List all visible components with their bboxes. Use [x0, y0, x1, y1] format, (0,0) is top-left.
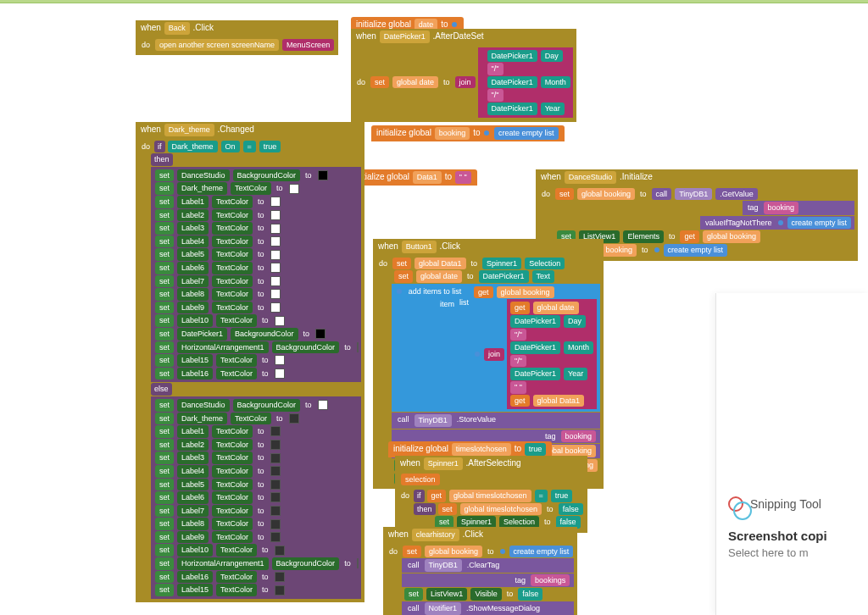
- blocks-canvas[interactable]: when Back .Click do open another screen …: [0, 3, 868, 615]
- setter-row[interactable]: setDatePicker1BackgroundColorto: [154, 328, 358, 341]
- setter-row[interactable]: setLabel4TextColorto: [154, 235, 358, 248]
- kw-else: else: [151, 383, 172, 396]
- prop-ref: DatePicker1: [487, 102, 537, 115]
- setter-row[interactable]: setLabel2TextColorto: [154, 439, 358, 452]
- kw-do: do: [139, 141, 153, 152]
- setter-row[interactable]: setLabel3TextColorto: [154, 452, 358, 464]
- kw-when: when: [141, 125, 161, 134]
- kw-when: when: [400, 458, 420, 468]
- block-init-data1[interactable]: initialize global Data1 to " ": [349, 169, 477, 186]
- block-datepicker-afterdateset[interactable]: when DatePicker1 .AfterDateSet do set gl…: [351, 29, 576, 122]
- kw-to: to: [544, 504, 556, 515]
- setter-row[interactable]: setHorizontalArrangement1BackgroundColor…: [154, 341, 358, 354]
- method-name: .GetValue: [715, 188, 757, 201]
- setter-row[interactable]: setHorizontalArrangement1BackgroundColor…: [154, 557, 358, 570]
- join-part: "/": [509, 355, 594, 368]
- event-name: .Initialize: [620, 172, 653, 181]
- kw-to: to: [441, 77, 453, 88]
- setter-row[interactable]: setLabel5TextColorto: [154, 248, 358, 261]
- kw-do: do: [376, 258, 390, 269]
- arg-screenname: MenuScreen: [282, 39, 334, 52]
- event-name: .Changed: [218, 125, 254, 134]
- gvar: global Data1: [415, 258, 466, 270]
- snipping-tool-toast[interactable]: Snipping Tool Screenshot copi Select her…: [715, 293, 868, 615]
- setter-row[interactable]: setDanceStudioBackgroundColorto: [154, 169, 358, 182]
- block-init-booking[interactable]: initialize global booking to create empt…: [371, 125, 565, 141]
- block-spinner-afterselecting[interactable]: when Spinner1 .AfterSelecting selection …: [395, 456, 587, 533]
- setter-row[interactable]: setLabel1TextColorto: [154, 425, 358, 438]
- kw-set: set: [555, 188, 574, 201]
- create-empty-list: create empty list: [664, 244, 728, 257]
- method: .ClearTag: [465, 560, 503, 571]
- gvar: global booking: [497, 286, 554, 299]
- setter-row[interactable]: setLabel6TextColorto: [154, 262, 358, 274]
- component-ref: Spinner1: [424, 457, 463, 470]
- kw-do: do: [539, 189, 553, 200]
- socket-icon: [654, 247, 659, 252]
- kw-set: set: [392, 258, 411, 270]
- var-name: booking: [435, 127, 470, 140]
- then-branch: setDanceStudioBackgroundColortosetDark_t…: [151, 167, 361, 383]
- comp: TinyDB1: [425, 559, 462, 572]
- kw-when: when: [378, 241, 398, 251]
- setter-row[interactable]: setLabel5TextColorto: [154, 479, 358, 491]
- setter-row[interactable]: setLabel16TextColorto: [154, 368, 358, 380]
- gvar: global date: [533, 302, 579, 314]
- setter-row[interactable]: setLabel15TextColorto: [154, 354, 358, 367]
- setter-row[interactable]: setLabel4TextColorto: [154, 465, 358, 478]
- setter-row[interactable]: setLabel7TextColorto: [154, 275, 358, 288]
- setter-row[interactable]: setLabel8TextColorto: [154, 288, 358, 301]
- literal: "/": [487, 89, 504, 102]
- setter-row[interactable]: setDark_themeTextColorto: [154, 413, 358, 425]
- kw-to: to: [465, 271, 476, 282]
- setter-row[interactable]: setLabel9TextColorto: [154, 531, 358, 544]
- comp: Spinner1: [482, 258, 521, 270]
- setter-row[interactable]: setLabel10TextColorto: [154, 544, 358, 557]
- prop: Text: [532, 270, 555, 283]
- var-name: timeslotchosen: [452, 443, 511, 456]
- setter-row[interactable]: setLabel2TextColorto: [154, 209, 358, 222]
- setter-row[interactable]: setLabel7TextColorto: [154, 505, 358, 518]
- comp: DatePicker1: [479, 270, 529, 283]
- setter-row[interactable]: setLabel15TextColorto: [154, 584, 358, 596]
- setter-row[interactable]: setLabel3TextColorto: [154, 222, 358, 235]
- prop: Elements: [623, 230, 664, 243]
- create-empty-list: create empty list: [494, 127, 559, 140]
- component-ref: Dark_theme: [164, 124, 214, 136]
- kw-vnt: valueIfTagNotThere: [703, 218, 775, 229]
- kw-set: set: [403, 546, 421, 558]
- setter-row[interactable]: setLabel16TextColorto: [154, 571, 358, 584]
- mutator-icon: [397, 289, 402, 294]
- setter-row[interactable]: setLabel10TextColorto: [154, 314, 358, 327]
- setter-row[interactable]: setLabel8TextColorto: [154, 518, 358, 530]
- kw-set: set: [370, 76, 389, 89]
- kw-init: initialize global: [393, 444, 448, 453]
- setter-row[interactable]: setLabel9TextColorto: [154, 302, 358, 314]
- block-clearhistory-click[interactable]: when clearhistory .Click do set global b…: [383, 527, 577, 615]
- setter-row[interactable]: setLabel6TextColorto: [154, 491, 358, 504]
- kw-when: when: [541, 172, 561, 181]
- var-name: Data1: [413, 171, 442, 184]
- block-back-click[interactable]: when Back .Click do open another screen …: [136, 20, 338, 55]
- var-global-date: global date: [392, 76, 438, 89]
- snipping-tool-icon: [728, 496, 743, 512]
- kw-to: to: [441, 19, 448, 29]
- block-init-timeslot[interactable]: initialize global timeslotchosen to true: [388, 441, 552, 457]
- setter-row[interactable]: setDark_themeTextColorto: [154, 182, 358, 195]
- setter-row[interactable]: setLabel1TextColorto: [154, 196, 358, 208]
- gvar: global timeslotchosen: [460, 503, 542, 516]
- component-ref: DanceStudio: [565, 171, 617, 184]
- toast-headline: Screenshot copi: [728, 529, 860, 543]
- kw-item: item: [437, 299, 457, 310]
- setter-row[interactable]: setDanceStudioBackgroundColorto: [154, 399, 358, 412]
- join-part: " ": [509, 381, 594, 394]
- lit-true: true: [259, 141, 281, 153]
- kw-set: set: [394, 270, 413, 283]
- kw-get: get: [680, 230, 699, 243]
- kw-tag: tag: [513, 575, 529, 586]
- mutator-icon: [475, 352, 480, 357]
- block-dark-theme-changed[interactable]: when Dark_theme .Changed do if Dark_them…: [136, 122, 364, 602]
- event-name: .Click: [440, 241, 460, 251]
- prop-ref: DatePicker1: [487, 50, 537, 63]
- kw-if: if: [414, 490, 425, 502]
